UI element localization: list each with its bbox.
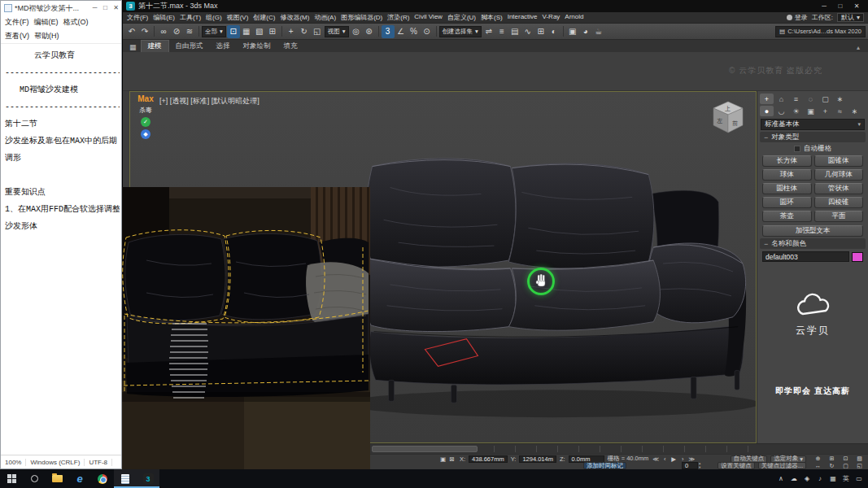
window-crossing-icon[interactable]: ⊞ [266, 25, 279, 38]
menu-item[interactable]: 视图(V) [225, 13, 251, 22]
time-slider-handle[interactable] [372, 446, 478, 452]
primitive-button[interactable]: 圆锥体 [814, 155, 864, 167]
set-key-button[interactable]: 设置关键点 [718, 462, 755, 469]
field-of-view-icon[interactable]: ◱ [853, 463, 866, 470]
menu-item[interactable]: 自定义(U) [445, 13, 478, 22]
primitive-button[interactable]: 长方体 [762, 155, 812, 167]
cloud-sync-tray-icon[interactable]: ☁ [788, 472, 800, 486]
systems-category-icon[interactable]: ∗ [848, 106, 861, 116]
hierarchy-tab-icon[interactable]: ≡ [789, 94, 803, 104]
ribbon-tab-freeform[interactable]: 自由形式 [169, 41, 210, 52]
spacewarps-category-icon[interactable]: ≈ [833, 106, 847, 116]
minimize-button[interactable]: ─ [89, 1, 100, 15]
lights-category-icon[interactable]: ☀ [789, 106, 803, 116]
menu-item[interactable]: 编辑(E) [32, 15, 61, 29]
viewcube[interactable]: 上 前 左 [705, 98, 751, 144]
minimize-button[interactable]: ─ [816, 0, 832, 12]
use-pivot-center-icon[interactable]: ◎ [350, 25, 363, 38]
file-explorer-button[interactable] [46, 469, 68, 488]
search-button[interactable] [23, 469, 46, 488]
menu-item[interactable]: V-Ray [540, 13, 563, 22]
schematic-view-icon[interactable]: ⊞ [534, 25, 547, 38]
notepad-taskbar-button[interactable] [114, 469, 137, 488]
project-folder-field[interactable]: ▤C:\Users\Ad…ds Max 2020 [775, 26, 866, 37]
primitive-button[interactable]: 茶壶 [762, 211, 812, 222]
primitive-button[interactable]: 圆环 [762, 197, 812, 208]
ribbon-tab-modeling[interactable]: 建模 [141, 40, 169, 52]
close-button[interactable]: ✕ [111, 1, 121, 15]
menu-item[interactable]: 组(G) [203, 13, 225, 22]
rendered-frame-icon[interactable]: ◕ [579, 25, 592, 38]
ribbon-menu-icon[interactable]: ▦ [126, 42, 140, 52]
angle-snap-icon[interactable]: ∠ [395, 25, 408, 38]
geometry-category-icon[interactable]: ● [760, 106, 774, 116]
notepad-editor[interactable]: 云学贝教育---------------------------- MD褶皱沙发… [1, 44, 121, 455]
helpers-category-icon[interactable]: + [818, 106, 832, 116]
material-editor-icon[interactable]: ◐ [547, 25, 560, 38]
viewcube-front-label[interactable]: 前 [732, 120, 738, 126]
maximize-viewport-toggle-icon[interactable]: ▢ [839, 463, 853, 470]
add-time-tag-button[interactable]: 添加时间标记 [583, 462, 626, 469]
notepad-titlebar[interactable]: *MD褶皱沙发第十... ─ □ ✕ [1, 1, 121, 15]
menu-item[interactable]: 编辑(E) [150, 13, 177, 22]
selection-filter-dropdown[interactable]: 全部▾ [202, 26, 226, 37]
shield-icon[interactable]: ◆ [141, 129, 150, 139]
snaps-toggle-icon[interactable]: 3 [382, 25, 395, 38]
menu-item[interactable]: 帮助(H) [32, 29, 62, 43]
menu-item[interactable]: 查看(V) [2, 29, 32, 43]
play-button[interactable]: ▶ [670, 455, 678, 463]
menu-item[interactable]: 工具(T) [177, 13, 203, 22]
autogrid-checkbox[interactable]: 自动栅格 [757, 143, 868, 155]
menu-item[interactable]: 图形编辑器(D) [338, 13, 385, 22]
primitive-button[interactable]: 管状体 [814, 183, 864, 194]
curve-editor-icon[interactable]: ∿ [521, 25, 534, 38]
previous-frame-button[interactable]: ‹ [661, 455, 669, 463]
primitive-button[interactable]: 平面 [814, 211, 864, 222]
bind-spacewarp-icon[interactable]: ≋ [183, 25, 196, 38]
mirror-icon[interactable]: ⇌ [482, 25, 495, 38]
menu-item[interactable]: Interactive [505, 13, 540, 22]
login-button[interactable]: 登录 [787, 13, 808, 22]
maximize-button[interactable]: □ [832, 0, 848, 12]
select-rotate-icon[interactable]: ↻ [298, 25, 311, 38]
edge-browser-button[interactable]: e [68, 469, 91, 488]
primitive-button[interactable]: 球体 [762, 169, 812, 181]
maximize-button[interactable]: □ [100, 1, 111, 15]
ribbon-tab-populate[interactable]: 填充 [277, 41, 304, 52]
menu-item[interactable]: 文件(F) [124, 13, 150, 22]
ribbon-tab-selection[interactable]: 选择 [210, 41, 237, 52]
primitive-button[interactable]: 四棱锥 [814, 197, 864, 208]
text-plus-button[interactable]: 加强型文本 [762, 225, 863, 237]
primitive-button[interactable]: 圆柱体 [762, 183, 812, 194]
isolate-selection-toggle[interactable]: ▣ [438, 455, 447, 463]
utilities-tab-icon[interactable]: ∗ [833, 94, 847, 104]
menu-item[interactable]: Civil View [412, 13, 445, 22]
select-manipulate-icon[interactable]: ⊛ [363, 25, 376, 38]
shapes-category-icon[interactable]: ◡ [774, 106, 788, 116]
render-production-icon[interactable]: ☕ [592, 25, 605, 38]
reference-coordinate-dropdown[interactable]: 视图▾ [325, 26, 349, 37]
frame-spinner[interactable]: ▴▾ [699, 462, 700, 469]
workspace-dropdown[interactable]: 默认▾ [837, 13, 864, 22]
primitive-category-dropdown[interactable]: 标准基本体 ▾ [761, 119, 865, 130]
redo-icon[interactable]: ↷ [138, 25, 151, 38]
select-by-name-icon[interactable]: ▦ [240, 25, 253, 38]
chrome-browser-button[interactable] [91, 469, 114, 488]
action-center-icon[interactable]: ▭ [853, 472, 865, 486]
antivirus-plugin-badge[interactable]: Max [137, 95, 153, 103]
menu-item[interactable]: 脚本(S) [478, 13, 505, 22]
viewcube-top-label[interactable]: 上 [725, 106, 731, 111]
selection-region-icon[interactable]: ▧ [253, 25, 266, 38]
go-to-start-button[interactable]: ≪ [652, 455, 660, 463]
select-object-icon[interactable]: ⊡ [227, 25, 240, 38]
close-button[interactable]: ✕ [848, 0, 865, 12]
render-setup-icon[interactable]: ▣ [566, 25, 579, 38]
viewport-label[interactable]: [+] [透视] [标准] [默认明暗处理] [159, 96, 260, 107]
ime-language-indicator[interactable]: 英 [840, 472, 852, 486]
key-filters-button[interactable]: 关键点过滤器... [758, 462, 806, 469]
selection-lock-toggle[interactable]: ⊠ [447, 455, 456, 463]
menu-item[interactable]: 动画(A) [312, 13, 338, 22]
menu-item[interactable]: 格式(O) [61, 15, 91, 29]
menu-item[interactable]: Arnold [562, 13, 586, 22]
volume-icon[interactable]: ♪ [814, 472, 826, 486]
